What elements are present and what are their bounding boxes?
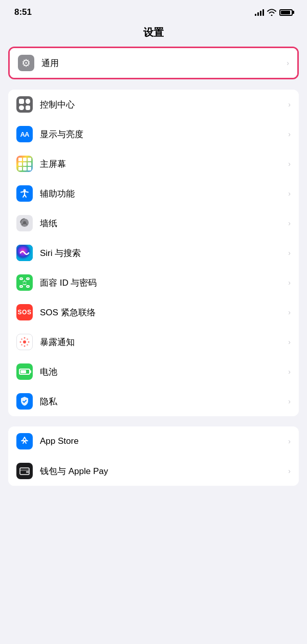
accessibility-label: 辅助功能: [40, 188, 285, 200]
settings-item-home-screen[interactable]: 主屏幕 ›: [8, 149, 299, 179]
settings-item-sos[interactable]: SOS SOS 紧急联络 ›: [8, 297, 299, 327]
privacy-label: 隐私: [40, 396, 285, 407]
wallet-chevron: ›: [288, 467, 291, 475]
svg-point-8: [26, 282, 27, 283]
settings-item-wallet[interactable]: 钱包与 Apple Pay ›: [8, 456, 299, 486]
home-screen-chevron: ›: [288, 160, 291, 168]
svg-point-12: [24, 346, 26, 347]
display-icon: AA: [16, 126, 33, 142]
wallet-label: 钱包与 Apple Pay: [40, 465, 285, 477]
svg-rect-3: [20, 278, 23, 280]
section-apps: App Store › 钱包与 Apple Pay ›: [8, 426, 299, 486]
settings-item-wallpaper[interactable]: 墙纸 ›: [8, 208, 299, 238]
display-label: 显示与亮度: [40, 128, 285, 140]
control-center-chevron: ›: [288, 100, 291, 109]
siri-label: Siri 与搜索: [40, 247, 285, 259]
home-screen-icon: [16, 156, 33, 172]
svg-rect-6: [27, 286, 29, 287]
accessibility-icon: [16, 185, 33, 202]
section-highlighted: 通用 ›: [8, 47, 299, 79]
settings-item-accessibility[interactable]: 辅助功能 ›: [8, 179, 299, 208]
svg-point-18: [27, 344, 28, 346]
settings-item-display[interactable]: AA 显示与亮度 ›: [8, 119, 299, 149]
svg-point-14: [28, 341, 30, 343]
svg-point-10: [23, 340, 26, 344]
svg-point-15: [21, 338, 23, 340]
face-id-icon: [16, 274, 33, 291]
section-main: 控制中心 › AA 显示与亮度 › 主屏幕 ›: [8, 90, 299, 416]
control-center-label: 控制中心: [40, 99, 285, 111]
sos-chevron: ›: [288, 308, 291, 316]
appstore-label: App Store: [40, 436, 285, 446]
settings-item-privacy[interactable]: 隐私 ›: [8, 387, 299, 416]
svg-rect-20: [20, 469, 29, 471]
svg-point-16: [27, 338, 28, 340]
svg-rect-5: [20, 286, 23, 287]
svg-rect-21: [26, 471, 29, 473]
battery-settings-icon: [16, 363, 33, 380]
exposure-label: 暴露通知: [40, 336, 285, 348]
status-time: 8:51: [14, 7, 32, 17]
settings-item-battery[interactable]: 电池 ›: [8, 357, 299, 387]
page-title: 设置: [0, 22, 307, 47]
svg-point-7: [23, 282, 24, 283]
privacy-chevron: ›: [288, 397, 291, 405]
face-id-label: 面容 ID 与密码: [40, 277, 285, 289]
exposure-chevron: ›: [288, 338, 291, 346]
general-icon: [18, 55, 34, 71]
accessibility-chevron: ›: [288, 189, 291, 198]
wallpaper-icon: [16, 215, 33, 231]
general-chevron: ›: [287, 59, 289, 67]
wallet-icon: [16, 463, 33, 479]
battery-chevron: ›: [288, 368, 291, 376]
settings-item-control-center[interactable]: 控制中心 ›: [8, 90, 299, 119]
sos-icon: SOS: [16, 304, 33, 320]
control-center-icon: [16, 96, 33, 113]
battery-label: 电池: [40, 366, 285, 378]
settings-item-face-id[interactable]: 面容 ID 与密码 ›: [8, 268, 299, 297]
svg-point-11: [24, 337, 26, 339]
status-bar: 8:51: [0, 0, 307, 22]
face-id-chevron: ›: [288, 278, 291, 287]
sos-label: SOS 紧急联络: [40, 307, 285, 318]
wallpaper-label: 墙纸: [40, 218, 285, 229]
status-icons: [255, 9, 293, 16]
svg-rect-4: [27, 278, 29, 280]
display-chevron: ›: [288, 130, 291, 138]
exposure-icon: [16, 334, 33, 350]
appstore-chevron: ›: [288, 437, 291, 445]
settings-item-siri[interactable]: Siri 与搜索 ›: [8, 238, 299, 268]
home-screen-label: 主屏幕: [40, 158, 285, 170]
appstore-icon: [16, 433, 33, 449]
battery-icon: [279, 9, 293, 16]
siri-icon: [16, 245, 33, 261]
settings-item-appstore[interactable]: App Store ›: [8, 426, 299, 456]
privacy-icon: [16, 393, 33, 410]
siri-chevron: ›: [288, 249, 291, 257]
wallpaper-chevron: ›: [288, 219, 291, 227]
signal-icon: [255, 9, 264, 16]
settings-item-exposure[interactable]: 暴露通知 ›: [8, 327, 299, 357]
svg-point-17: [21, 344, 23, 346]
general-label: 通用: [41, 57, 283, 69]
wifi-icon: [267, 9, 276, 16]
settings-item-general[interactable]: 通用 ›: [10, 48, 297, 78]
svg-point-13: [20, 341, 21, 343]
